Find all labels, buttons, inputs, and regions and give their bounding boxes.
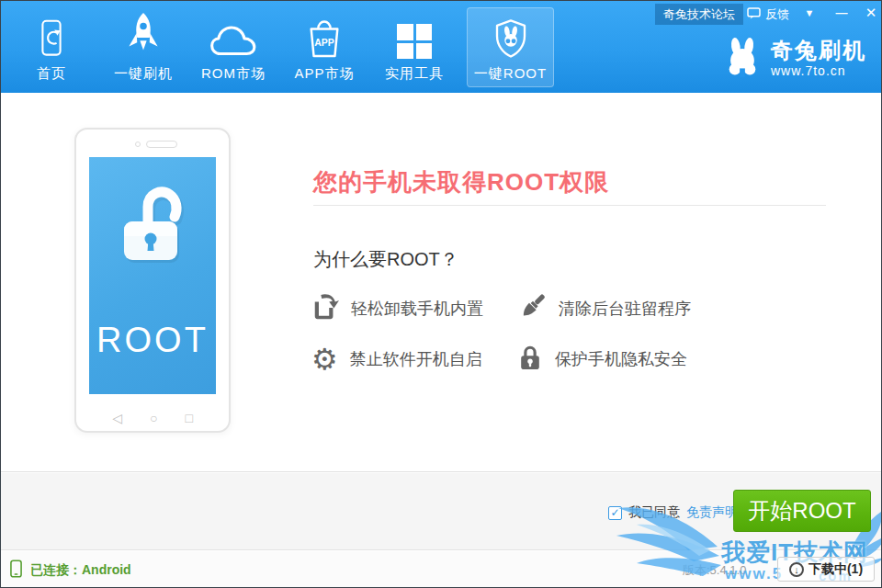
download-label: 下载中(1) <box>808 561 863 578</box>
app-badge-text: APP <box>314 37 334 48</box>
unlock-padlock-icon <box>109 183 198 275</box>
phone-connected-icon <box>10 560 22 582</box>
feedback-label: 反馈 <box>765 6 789 23</box>
phone-recent-icon: □ <box>185 411 192 425</box>
phone-camera-dot <box>135 141 141 147</box>
divider <box>313 205 826 206</box>
download-status-button[interactable]: ↓ 下载中(1) <box>777 557 875 582</box>
nav-label: 一键刷机 <box>99 65 187 83</box>
feature-clean: 清除后台驻留程序 <box>517 293 691 324</box>
nav-item-root[interactable]: 一键ROOT <box>467 7 554 87</box>
feature-label: 禁止软件开机自启 <box>350 348 482 370</box>
shield-rabbit-icon <box>468 8 553 60</box>
phone-home-icon: ○ <box>150 411 157 425</box>
app-window: 首页 一键刷机 ROM市场 <box>0 0 882 588</box>
nav-label: 首页 <box>7 65 96 83</box>
lock-icon <box>517 343 543 376</box>
nav-label: 实用工具 <box>370 65 458 83</box>
connection-status: 已连接：Android <box>10 560 131 582</box>
rocket-icon <box>99 10 187 60</box>
why-root-heading: 为什么要ROOT？ <box>313 247 458 272</box>
brand: 奇兔刷机 www.7to.cn <box>723 36 866 82</box>
feature-autostart: ⚙ 禁止软件开机自启 <box>311 344 517 375</box>
page-title: 您的手机未取得ROOT权限 <box>313 166 609 198</box>
uninstall-icon <box>311 292 339 325</box>
nav-label: 一键ROOT <box>468 65 553 83</box>
rabbit-logo-icon <box>723 36 762 82</box>
minimize-button[interactable]: — <box>828 1 855 25</box>
version-label: 版本:5.4.1.0 <box>683 562 746 579</box>
feature-label: 清除后台驻留程序 <box>559 298 691 320</box>
feature-uninstall: 轻松卸载手机内置 <box>311 293 517 324</box>
nav-label: ROM市场 <box>189 65 277 83</box>
cloud-icon <box>189 10 277 60</box>
download-icon: ↓ <box>789 562 804 577</box>
dropdown-button[interactable]: ▼ <box>796 1 823 25</box>
brand-name: 奇兔刷机 <box>771 38 866 62</box>
feature-label: 轻松卸载手机内置 <box>351 298 483 320</box>
close-button[interactable]: ✕ <box>857 1 882 25</box>
phone-nav-buttons: ◁ ○ □ <box>76 411 229 425</box>
nav-item-tools[interactable]: 实用工具 <box>370 10 458 87</box>
feedback-link[interactable]: 反馈 <box>747 4 789 25</box>
phone-illustration: ROOT ◁ ○ □ <box>74 128 231 433</box>
brush-icon <box>517 292 547 325</box>
feature-privacy: 保护手机隐私安全 <box>517 344 691 375</box>
action-bar: ✓ 我已同意 免责声明 开始ROOT <box>1 473 881 550</box>
phone-speaker <box>146 141 177 148</box>
agree-checkbox[interactable]: ✓ <box>608 506 622 520</box>
nav-item-app-market[interactable]: APP APP市场 <box>280 10 368 87</box>
status-bar: 已连接：Android 版本:5.4.1.0 ↓ 下载中(1) <box>1 551 881 587</box>
disclaimer-link[interactable]: 免责声明 <box>686 504 738 521</box>
connection-label: 已连接：Android <box>30 562 131 579</box>
screen-root-label: ROOT <box>89 321 216 360</box>
nav-label: APP市场 <box>280 65 368 83</box>
gear-icon: ⚙ <box>311 345 338 373</box>
nav-item-home[interactable]: 首页 <box>7 10 96 87</box>
nav-item-flash[interactable]: 一键刷机 <box>99 10 187 87</box>
app-bag-icon: APP <box>280 10 368 60</box>
home-refresh-icon <box>7 10 96 60</box>
header: 首页 一键刷机 ROM市场 <box>1 1 881 93</box>
forum-link[interactable]: 奇兔技术论坛 <box>655 4 743 25</box>
phone-back-icon: ◁ <box>112 411 122 425</box>
chat-bubble-icon <box>747 7 761 22</box>
phone-screen: ROOT <box>89 157 216 394</box>
main-content: ROOT ◁ ○ □ 您的手机未取得ROOT权限 为什么要ROOT？ 轻松卸载手… <box>1 93 881 472</box>
feature-label: 保护手机隐私安全 <box>555 348 687 370</box>
grid-icon <box>370 10 458 60</box>
feature-list: 轻松卸载手机内置 清除后台驻留程序 ⚙ 禁止软件开机自启 <box>311 293 691 375</box>
agreement-row: ✓ 我已同意 免责声明 <box>608 504 738 521</box>
brand-url: www.7to.cn <box>771 63 846 78</box>
agree-label: 我已同意 <box>628 504 680 521</box>
nav-item-rom-market[interactable]: ROM市场 <box>189 10 277 87</box>
start-root-button[interactable]: 开始ROOT <box>733 490 871 532</box>
